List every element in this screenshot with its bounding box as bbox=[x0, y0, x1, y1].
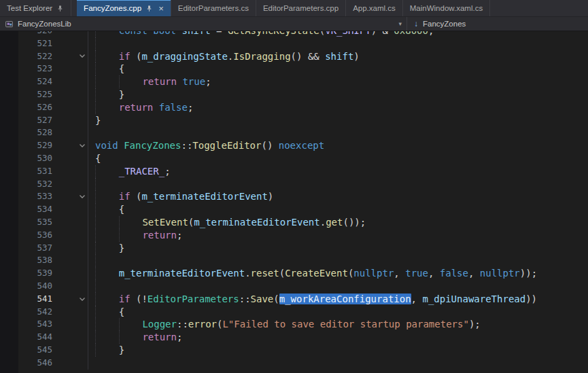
code-line[interactable]: 539m_terminateEditorEvent.reset(CreateEv… bbox=[0, 267, 588, 280]
code-text[interactable]: { bbox=[88, 152, 588, 165]
code-text[interactable]: Logger::error(L"Failed to save editor st… bbox=[88, 318, 588, 331]
tab-test-explorer[interactable]: Test Explorer bbox=[0, 0, 71, 16]
code-line[interactable]: 531_TRACER_; bbox=[0, 165, 588, 178]
tab-editorparameters-cs[interactable]: EditorParameters.cs bbox=[171, 0, 256, 16]
breakpoint-margin[interactable] bbox=[0, 267, 18, 280]
breakpoint-margin[interactable] bbox=[0, 50, 18, 63]
code-line[interactable]: 532 bbox=[0, 178, 588, 191]
line-number: 543 bbox=[18, 318, 52, 331]
code-text[interactable]: } bbox=[88, 114, 588, 127]
code-line[interactable]: 530{ bbox=[0, 152, 588, 165]
pin-icon[interactable] bbox=[145, 5, 153, 12]
code-text[interactable]: m_terminateEditorEvent.reset(CreateEvent… bbox=[88, 267, 588, 280]
breakpoint-margin[interactable] bbox=[0, 101, 18, 114]
code-line[interactable]: 535SetEvent(m_terminateEditorEvent.get()… bbox=[0, 216, 588, 229]
code-line[interactable]: 533if (m_terminateEditorEvent) bbox=[0, 190, 588, 203]
code-line[interactable]: 522if (m_draggingState.IsDragging() && s… bbox=[0, 50, 588, 63]
code-text[interactable] bbox=[88, 126, 588, 139]
code-line[interactable]: 534{ bbox=[0, 203, 588, 216]
breakpoint-margin[interactable] bbox=[0, 114, 18, 127]
code-text[interactable]: { bbox=[88, 306, 588, 319]
breakpoint-margin[interactable] bbox=[0, 203, 18, 216]
code-line[interactable]: 546 bbox=[0, 357, 588, 370]
breakpoint-margin[interactable] bbox=[0, 165, 18, 178]
code-text[interactable]: return true; bbox=[88, 75, 588, 88]
code-line[interactable]: 545} bbox=[0, 344, 588, 357]
code-text[interactable] bbox=[88, 178, 588, 191]
code-line[interactable]: 527} bbox=[0, 114, 588, 127]
code-line[interactable]: 520const bool shift = GetAsyncKeyState(V… bbox=[0, 31, 588, 37]
breakpoint-margin[interactable] bbox=[0, 178, 18, 191]
code-text[interactable] bbox=[88, 280, 588, 293]
breakpoint-margin[interactable] bbox=[0, 190, 18, 203]
code-text[interactable]: SetEvent(m_terminateEditorEvent.get()); bbox=[88, 216, 588, 229]
breakpoint-margin[interactable] bbox=[0, 152, 18, 165]
code-text[interactable]: const bool shift = GetAsyncKeyState(VK_S… bbox=[88, 31, 588, 37]
code-line[interactable]: 538 bbox=[0, 254, 588, 267]
code-text[interactable]: } bbox=[88, 344, 588, 357]
breakpoint-margin[interactable] bbox=[0, 293, 18, 306]
code-line[interactable]: 544return; bbox=[0, 331, 588, 344]
code-text[interactable]: void FancyZones::ToggleEditor() noexcept bbox=[88, 139, 588, 152]
code-text[interactable] bbox=[88, 357, 588, 370]
code-line[interactable]: 523{ bbox=[0, 63, 588, 75]
code-line[interactable]: 524return true; bbox=[0, 75, 588, 88]
code-line[interactable]: 521 bbox=[0, 37, 588, 50]
code-text[interactable]: return false; bbox=[88, 101, 588, 114]
fold-chevron-icon[interactable] bbox=[77, 50, 88, 63]
code-line[interactable]: 543Logger::error(L"Failed to save editor… bbox=[0, 318, 588, 331]
code-line[interactable]: 540 bbox=[0, 280, 588, 293]
tab-mainwindow-xaml-cs[interactable]: MainWindow.xaml.cs bbox=[403, 0, 490, 16]
code-line[interactable]: 542{ bbox=[0, 306, 588, 319]
code-text[interactable] bbox=[88, 37, 588, 50]
code-text[interactable]: { bbox=[88, 63, 588, 75]
code-line[interactable]: 525} bbox=[0, 88, 588, 101]
breakpoint-margin[interactable] bbox=[0, 75, 18, 88]
code-text[interactable]: if (m_draggingState.IsDragging() && shif… bbox=[88, 50, 588, 63]
code-editor[interactable]: 520const bool shift = GetAsyncKeyState(V… bbox=[0, 31, 588, 373]
breakpoint-margin[interactable] bbox=[0, 254, 18, 267]
code-text[interactable]: } bbox=[88, 88, 588, 101]
breakpoint-margin[interactable] bbox=[0, 37, 18, 50]
breakpoint-margin[interactable] bbox=[0, 357, 18, 370]
breakpoint-margin[interactable] bbox=[0, 331, 18, 344]
code-text[interactable] bbox=[88, 254, 588, 267]
breakpoint-margin[interactable] bbox=[0, 31, 18, 37]
breakpoint-margin[interactable] bbox=[0, 126, 18, 139]
fold-chevron-icon[interactable] bbox=[77, 293, 88, 306]
code-text[interactable]: if (!EditorParameters::Save(m_workAreaCo… bbox=[88, 293, 588, 306]
breakpoint-margin[interactable] bbox=[0, 63, 18, 75]
tab-editorparameters-cpp[interactable]: EditorParameters.cpp bbox=[256, 0, 346, 16]
tab-app-xaml-cs[interactable]: App.xaml.cs bbox=[346, 0, 403, 16]
close-icon[interactable]: × bbox=[158, 4, 164, 13]
code-text[interactable]: } bbox=[88, 242, 588, 255]
project-dropdown[interactable]: FancyZonesLib ▾ bbox=[0, 17, 407, 31]
code-line[interactable]: 541if (!EditorParameters::Save(m_workAre… bbox=[0, 293, 588, 306]
code-text[interactable]: return; bbox=[88, 331, 588, 344]
code-text[interactable]: if (m_terminateEditorEvent) bbox=[88, 190, 588, 203]
breakpoint-margin[interactable] bbox=[0, 139, 18, 152]
pin-icon[interactable] bbox=[56, 5, 64, 12]
code-line[interactable]: 536return; bbox=[0, 229, 588, 242]
selected-token[interactable]: m_workAreaConfiguration bbox=[279, 294, 411, 304]
breakpoint-margin[interactable] bbox=[0, 229, 18, 242]
code-line[interactable]: 526return false; bbox=[0, 101, 588, 114]
code-line[interactable]: 529void FancyZones::ToggleEditor() noexc… bbox=[0, 139, 588, 152]
code-line[interactable]: 537} bbox=[0, 242, 588, 255]
code-text[interactable]: return; bbox=[88, 229, 588, 242]
breakpoint-margin[interactable] bbox=[0, 88, 18, 101]
breakpoint-margin[interactable] bbox=[0, 242, 18, 255]
code-text[interactable]: _TRACER_; bbox=[88, 165, 588, 178]
breakpoint-margin[interactable] bbox=[0, 306, 18, 319]
breakpoint-margin[interactable] bbox=[0, 318, 18, 331]
fold-chevron-icon[interactable] bbox=[77, 190, 88, 203]
scope-dropdown[interactable]: ↓ FancyZones bbox=[407, 17, 588, 31]
fold-chevron-icon[interactable] bbox=[77, 139, 88, 152]
breakpoint-margin[interactable] bbox=[0, 344, 18, 357]
code-line[interactable]: 528 bbox=[0, 126, 588, 139]
code-text[interactable]: { bbox=[88, 203, 588, 216]
chevron-down-icon[interactable]: ▾ bbox=[398, 20, 402, 27]
breakpoint-margin[interactable] bbox=[0, 280, 18, 293]
breakpoint-margin[interactable] bbox=[0, 216, 18, 229]
tab-fancyzones-cpp[interactable]: FancyZones.cpp× bbox=[77, 0, 171, 16]
